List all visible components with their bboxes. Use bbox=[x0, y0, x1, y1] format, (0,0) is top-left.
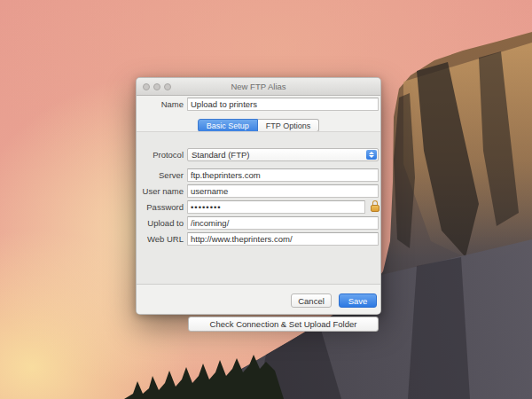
new-ftp-alias-dialog: New FTP Alias Name Basic SetupFTP Option… bbox=[136, 77, 381, 315]
server-row: Server bbox=[137, 168, 380, 182]
web-url-input[interactable] bbox=[187, 232, 379, 246]
dialog-footer: Cancel Save bbox=[137, 285, 380, 314]
username-input[interactable] bbox=[187, 184, 379, 198]
tab-bar: Basic SetupFTP Options bbox=[137, 119, 380, 132]
cancel-button[interactable]: Cancel bbox=[291, 293, 332, 308]
server-label: Server bbox=[137, 168, 184, 182]
password-input[interactable] bbox=[187, 200, 365, 214]
upload-to-row: Upload to bbox=[137, 216, 380, 230]
save-button[interactable]: Save bbox=[339, 293, 377, 308]
protocol-label: Protocol bbox=[137, 148, 184, 161]
web-url-label: Web URL bbox=[137, 232, 184, 246]
protocol-row: Protocol Standard (FTP) bbox=[137, 148, 380, 161]
username-row: User name bbox=[137, 184, 380, 198]
web-url-row: Web URL bbox=[137, 232, 380, 246]
tab-ftp-options[interactable]: FTP Options bbox=[258, 119, 319, 132]
name-input[interactable] bbox=[187, 98, 379, 111]
name-row: Name bbox=[137, 98, 380, 111]
upload-to-input[interactable] bbox=[187, 216, 379, 230]
password-row: Password bbox=[137, 200, 380, 214]
lock-icon bbox=[371, 200, 379, 213]
popup-stepper-icon[interactable] bbox=[366, 150, 377, 160]
upload-to-label: Upload to bbox=[137, 216, 184, 230]
server-input[interactable] bbox=[187, 168, 379, 182]
window-title: New FTP Alias bbox=[137, 82, 380, 91]
protocol-popup[interactable]: Standard (FTP) bbox=[187, 148, 379, 161]
tab-basic-setup[interactable]: Basic Setup bbox=[198, 119, 258, 132]
name-label: Name bbox=[137, 98, 184, 111]
check-connection-button[interactable]: Check Connection & Set Upload Folder bbox=[188, 317, 379, 332]
username-label: User name bbox=[137, 184, 184, 198]
password-label: Password bbox=[137, 200, 184, 214]
titlebar[interactable]: New FTP Alias bbox=[137, 78, 380, 96]
protocol-value: Standard (FTP) bbox=[192, 150, 249, 160]
basic-setup-panel: Protocol Standard (FTP) Server User name… bbox=[137, 131, 380, 285]
